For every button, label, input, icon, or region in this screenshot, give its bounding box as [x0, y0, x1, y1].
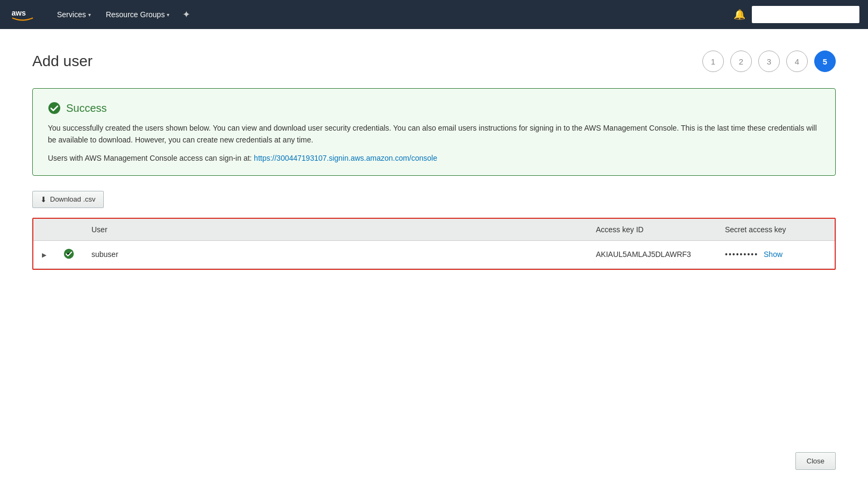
success-box: Success You successfully created the use… — [32, 88, 836, 176]
col-status-header — [55, 219, 83, 241]
search-input[interactable] — [752, 6, 859, 23]
navbar: aws Services ▾ Resource Groups ▾ ✦ 🔔 — [0, 0, 868, 29]
success-title: Success — [66, 102, 107, 115]
resource-groups-nav[interactable]: Resource Groups ▾ — [98, 0, 177, 29]
success-check-icon — [48, 102, 61, 115]
close-button[interactable]: Close — [795, 452, 836, 470]
aws-logo[interactable]: aws — [9, 6, 37, 23]
resource-groups-label: Resource Groups — [106, 10, 165, 19]
user-table-container: User Access key ID Secret access key ▶ — [32, 218, 836, 270]
step-5[interactable]: 5 — [814, 51, 836, 72]
show-secret-link[interactable]: Show — [764, 250, 782, 259]
download-btn-label: Download .csv — [50, 195, 96, 203]
services-chevron-icon: ▾ — [88, 12, 91, 18]
row-secret-key-cell: ••••••••• Show — [716, 240, 835, 268]
col-secret-key-header: Secret access key — [716, 219, 835, 241]
step-1[interactable]: 1 — [702, 51, 724, 72]
table-header-row: User Access key ID Secret access key — [33, 219, 835, 241]
step-3[interactable]: 3 — [758, 51, 780, 72]
close-btn-container: Close — [795, 452, 836, 470]
svg-text:aws: aws — [12, 9, 26, 17]
success-body: You successfully created the users shown… — [48, 122, 820, 146]
row-username-cell: subuser — [83, 240, 587, 268]
row-status-cell — [55, 240, 83, 268]
step-indicators: 1 2 3 4 5 — [702, 51, 836, 72]
expand-arrow-icon[interactable]: ▶ — [42, 252, 46, 258]
table-row: ▶ subuser AKIAUL5AMLAJ5DLAWRF3 — [33, 240, 835, 268]
col-expand-header — [33, 219, 55, 241]
success-header: Success — [48, 102, 820, 115]
svg-point-1 — [48, 102, 60, 114]
services-nav[interactable]: Services ▾ — [49, 0, 98, 29]
step-4[interactable]: 4 — [786, 51, 808, 72]
pin-icon[interactable]: ✦ — [177, 9, 196, 20]
step-2[interactable]: 2 — [730, 51, 752, 72]
success-signin: Users with AWS Management Console access… — [48, 154, 820, 162]
username-value: subuser — [91, 250, 118, 259]
access-key-value: AKIAUL5AMLAJ5DLAWRF3 — [596, 250, 691, 259]
download-csv-button[interactable]: ⬇ Download .csv — [32, 191, 104, 208]
signin-url[interactable]: https://300447193107.signin.aws.amazon.c… — [254, 154, 437, 162]
page-header: Add user 1 2 3 4 5 — [32, 51, 836, 72]
main-content: Add user 1 2 3 4 5 Success You successfu… — [0, 29, 868, 486]
page-title: Add user — [32, 53, 93, 70]
row-expand-cell: ▶ — [33, 240, 55, 268]
resource-groups-chevron-icon: ▾ — [167, 12, 169, 18]
col-user-header: User — [83, 219, 587, 241]
user-table: User Access key ID Secret access key ▶ — [33, 219, 835, 269]
bell-icon[interactable]: 🔔 — [727, 9, 752, 20]
download-icon: ⬇ — [40, 195, 47, 204]
services-label: Services — [57, 10, 86, 19]
row-check-icon — [63, 248, 74, 259]
row-access-key-cell: AKIAUL5AMLAJ5DLAWRF3 — [587, 240, 716, 268]
secret-dots-value: ••••••••• — [725, 250, 758, 259]
col-access-key-header: Access key ID — [587, 219, 716, 241]
